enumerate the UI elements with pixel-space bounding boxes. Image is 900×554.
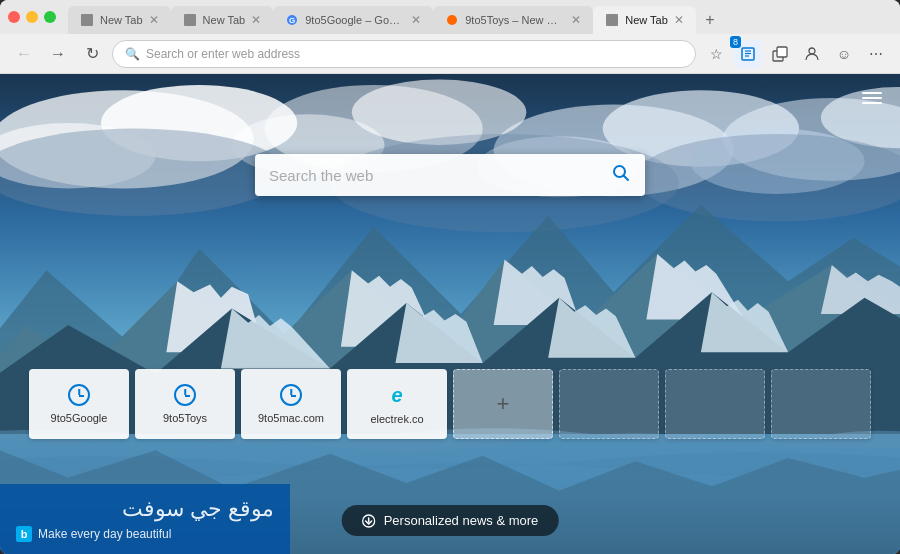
hamburger-line-2: [862, 97, 882, 99]
news-button-label: Personalized news & more: [384, 513, 539, 528]
bing-promo: موقع جي سوفت b Make every day beautiful: [0, 484, 290, 554]
tab-2-close[interactable]: ✕: [251, 13, 261, 27]
toolbar: ← → ↻ 🔍 Search or enter web address ☆ 8: [0, 34, 900, 74]
hamburger-menu-button[interactable]: [858, 88, 886, 108]
quick-link-9to5google-label: 9to5Google: [51, 412, 108, 424]
address-bar[interactable]: 🔍 Search or enter web address: [112, 40, 696, 68]
svg-rect-11: [777, 47, 787, 57]
quick-link-electrek-label: electrek.co: [370, 413, 423, 425]
tab-1-label: New Tab: [100, 14, 143, 26]
tab-4[interactable]: 9to5Toys – New Gear, rev… ✕: [433, 6, 593, 34]
quick-link-9to5mac-icon: [280, 384, 302, 406]
svg-text:G: G: [289, 16, 295, 25]
search-container: Search the web: [255, 154, 645, 196]
address-bar-text: Search or enter web address: [146, 47, 300, 61]
forward-button[interactable]: →: [44, 40, 72, 68]
search-submit-button[interactable]: [611, 163, 631, 188]
new-tab-button[interactable]: +: [696, 6, 724, 34]
reload-button[interactable]: ↻: [78, 40, 106, 68]
emoji-button[interactable]: ☺: [830, 40, 858, 68]
quick-link-9to5mac-label: 9to5mac.com: [258, 412, 324, 424]
close-traffic-light[interactable]: [8, 11, 20, 23]
tab-3[interactable]: G 9to5Google – Google new… ✕: [273, 6, 433, 34]
reading-list-badge: 8: [730, 36, 741, 48]
tab-1-close[interactable]: ✕: [149, 13, 159, 27]
tab-5[interactable]: New Tab ✕: [593, 6, 696, 34]
tab-2-favicon: [183, 13, 197, 27]
search-box[interactable]: Search the web: [255, 154, 645, 196]
browser-window: New Tab ✕ New Tab ✕ G 9to5Google – Googl…: [0, 0, 900, 554]
tab-5-favicon: [605, 13, 619, 27]
maximize-traffic-light[interactable]: [44, 11, 56, 23]
bing-logo: b: [16, 526, 32, 542]
quick-link-electrek[interactable]: e electrek.co: [347, 369, 447, 439]
tab-4-favicon: [445, 13, 459, 27]
tab-1-favicon: [80, 13, 94, 27]
quick-link-9to5toys[interactable]: 9to5Toys: [135, 369, 235, 439]
quick-link-9to5toys-icon: [174, 384, 196, 406]
quick-link-electrek-icon: e: [391, 384, 402, 407]
hamburger-line-1: [862, 92, 882, 94]
quick-link-9to5google-icon: [68, 384, 90, 406]
quick-link-9to5mac[interactable]: 9to5mac.com: [241, 369, 341, 439]
bing-promo-tagline: b Make every day beautiful: [16, 526, 274, 542]
tab-1[interactable]: New Tab ✕: [68, 6, 171, 34]
svg-rect-1: [184, 14, 196, 26]
tab-5-label: New Tab: [625, 14, 668, 26]
tab-5-close[interactable]: ✕: [674, 13, 684, 27]
tab-bar: New Tab ✕ New Tab ✕ G 9to5Google – Googl…: [68, 0, 892, 34]
favorites-star-button[interactable]: ☆: [702, 40, 730, 68]
svg-line-31: [624, 175, 629, 180]
quick-links: 9to5Google 9to5Toys 9to5mac.com e electr…: [29, 369, 871, 439]
back-button[interactable]: ←: [10, 40, 38, 68]
bottom-bar: موقع جي سوفت b Make every day beautiful …: [0, 484, 900, 554]
svg-rect-0: [81, 14, 93, 26]
toolbar-right: ☆ 8 ☺ ⋯: [702, 40, 890, 68]
profile-button[interactable]: [798, 40, 826, 68]
svg-rect-5: [606, 14, 618, 26]
reading-list-button[interactable]: 8: [734, 40, 762, 68]
collections-button[interactable]: [766, 40, 794, 68]
tab-4-label: 9to5Toys – New Gear, rev…: [465, 14, 565, 26]
clouds-svg: [0, 74, 900, 554]
search-placeholder: Search the web: [269, 167, 601, 184]
traffic-lights: [8, 11, 56, 23]
bing-tagline-text: Make every day beautiful: [38, 527, 171, 541]
quick-link-9to5toys-label: 9to5Toys: [163, 412, 207, 424]
title-bar: New Tab ✕ New Tab ✕ G 9to5Google – Googl…: [0, 0, 900, 34]
tab-2-label: New Tab: [203, 14, 246, 26]
quick-link-add-icon: +: [497, 393, 510, 415]
quick-link-9to5google[interactable]: 9to5Google: [29, 369, 129, 439]
quick-link-add[interactable]: +: [453, 369, 553, 439]
news-arrow-down-icon: [362, 514, 376, 528]
svg-point-4: [447, 15, 457, 25]
tab-4-close[interactable]: ✕: [571, 13, 581, 27]
minimize-traffic-light[interactable]: [26, 11, 38, 23]
quick-link-empty-3[interactable]: [771, 369, 871, 439]
tab-2[interactable]: New Tab ✕: [171, 6, 274, 34]
settings-menu-button[interactable]: ⋯: [862, 40, 890, 68]
hamburger-line-3: [862, 102, 882, 104]
svg-point-12: [809, 48, 815, 54]
quick-link-empty-1[interactable]: [559, 369, 659, 439]
tab-3-favicon: G: [285, 13, 299, 27]
new-tab-page: Search the web 9to5Google 9to5Toys: [0, 74, 900, 554]
address-bar-search-icon: 🔍: [125, 47, 140, 61]
personalized-news-button[interactable]: Personalized news & more: [342, 505, 559, 536]
quick-link-empty-2[interactable]: [665, 369, 765, 439]
bing-promo-arabic-text: موقع جي سوفت: [16, 496, 274, 522]
tab-3-close[interactable]: ✕: [411, 13, 421, 27]
tab-3-label: 9to5Google – Google new…: [305, 14, 405, 26]
background-image: [0, 74, 900, 554]
